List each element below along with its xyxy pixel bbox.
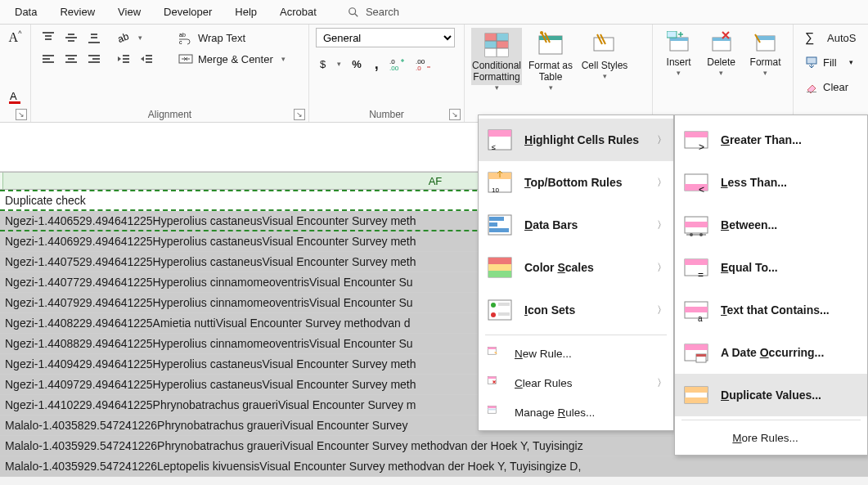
svg-rect-25 [123,61,129,63]
alignment-dialog-launcher[interactable]: ↘ [294,109,305,120]
merge-center-button[interactable]: Merge & Center [173,49,278,69]
svg-point-47 [540,31,543,34]
svg-rect-83 [488,409,496,411]
menu-item-greater-than[interactable]: >Greater Than... [675,119,867,161]
svg-rect-17 [68,58,74,60]
align-middle-button[interactable] [61,28,82,47]
color-scales-icon [487,254,513,281]
menu-item-text-that-contains[interactable]: aText that Contains... [675,289,867,331]
wrap-text-button[interactable]: abc Wrap Text [173,28,288,47]
search-placeholder: Search [366,6,399,18]
cell-styles-icon [591,31,618,59]
menu-item-manage-rules[interactable]: Manage Rules... [479,397,673,427]
menu-item-equal-to[interactable]: =Equal To... [675,246,867,289]
svg-rect-66 [489,222,497,227]
autosum-button[interactable]: ∑ AutoS [800,28,861,47]
svg-rect-104 [696,354,706,357]
align-center-button[interactable] [61,49,82,69]
number-dialog-launcher[interactable]: ↘ [449,109,461,120]
svg-rect-28 [146,61,152,63]
orientation-drop[interactable]: ▾ [136,28,144,47]
clear-icon [805,80,818,93]
conditional-formatting-button[interactable]: Conditional Formatting▾ [471,28,522,85]
svg-rect-65 [489,217,504,221]
font-color-button[interactable]: A [7,88,25,107]
tab-data[interactable]: Data [3,2,48,22]
svg-rect-12 [88,42,100,43]
merge-center-drop[interactable]: ▾ [280,49,288,69]
menu-item-top-bottom-rules[interactable]: 10Top/Bottom Rules〉 [479,161,673,204]
percent-button[interactable]: % [348,54,366,74]
svg-rect-59 [488,130,511,137]
align-bottom-button[interactable] [83,28,105,47]
svg-rect-91 [685,222,708,227]
decrease-indent-button[interactable] [113,49,134,69]
menu-item-highlight-cells-rules[interactable]: ≤Highlight Cells Rules〉 [479,119,673,161]
increase-indent-button[interactable] [136,49,157,69]
svg-rect-85 [685,132,708,137]
increase-decimal-button[interactable]: .0.00 [388,54,409,74]
menu-item-new-rule[interactable]: New Rule... [479,339,673,368]
increase-font-size-button[interactable]: A^ [7,28,24,47]
menu-item-color-scales[interactable]: Color Scales〉 [479,246,673,289]
tab-view[interactable]: View [106,2,152,22]
data-row[interactable]: Malalo-1.4035929.547241226Leptopelis kiv… [0,456,868,477]
decrease-decimal-button[interactable]: .00.0 [414,54,435,74]
menu-item-more-rules[interactable]: More Rules... [675,424,867,451]
a-date-occurring-icon [683,339,709,366]
format-cells-button[interactable]: Format▾ [744,28,786,82]
fill-down-icon [805,56,818,69]
align-left-button[interactable] [38,49,59,69]
svg-text:10: 10 [492,186,499,194]
svg-rect-38 [497,34,508,41]
fill-button[interactable]: Fill ▾ [800,52,858,72]
merge-center-label: Merge & Center [198,53,273,65]
tab-review[interactable]: Review [48,2,106,22]
align-right-button[interactable] [83,49,105,69]
svg-rect-7 [68,34,74,35]
svg-text:a: a [698,314,703,323]
svg-rect-5 [45,35,52,37]
clear-button[interactable]: Clear [800,77,853,97]
align-top-button[interactable] [38,28,59,47]
tab-acrobat[interactable]: Acrobat [268,2,328,22]
svg-rect-39 [485,41,497,48]
svg-rect-20 [92,58,100,60]
svg-line-1 [355,13,358,16]
menu-item-between[interactable]: Between... [675,204,867,246]
merge-center-icon [178,52,193,66]
currency-button[interactable]: $ [316,54,330,74]
menu-item-less-than[interactable]: <Less Than... [675,161,867,204]
greater-than-icon: > [683,127,709,153]
currency-drop[interactable]: ▾ [335,54,343,74]
search-icon [348,7,359,18]
menu-item-clear-rules[interactable]: Clear Rules〉 [479,368,673,397]
comma-style-button[interactable]: , [371,54,383,74]
tab-help[interactable]: Help [223,2,268,22]
insert-cells-icon [667,31,691,56]
svg-text:>: > [699,141,704,153]
svg-text:ab: ab [179,32,186,38]
insert-cells-button[interactable]: Insert▾ [659,28,698,82]
svg-rect-80 [488,377,496,379]
svg-text:c: c [179,39,182,45]
delete-cells-button[interactable]: Delete▾ [701,28,741,82]
font-dialog-launcher[interactable]: ↘ [16,109,27,120]
orientation-button[interactable]: ab [113,28,134,47]
number-format-select[interactable]: General [316,28,455,47]
menu-item-data-bars[interactable]: Data Bars〉 [479,204,673,246]
svg-rect-46 [539,36,562,40]
conditional-formatting-menu: ≤Highlight Cells Rules〉10Top/Bottom Rule… [478,115,674,431]
menu-item-duplicate-values[interactable]: Duplicate Values... [675,374,867,416]
tab-developer[interactable]: Developer [152,2,223,22]
svg-rect-96 [685,259,708,265]
svg-text:.0: .0 [416,65,421,70]
menu-item-icon-sets[interactable]: Icon Sets〉 [479,289,673,331]
cell-styles-button[interactable]: Cell Styles▾ [579,28,630,85]
menu-item-a-date-occurring[interactable]: A Date Occurring... [675,331,867,374]
svg-rect-50 [670,38,688,41]
group-styles: Conditional Formatting▾ Format as Table▾… [465,25,653,122]
new-rule-icon [487,345,503,362]
format-as-table-button[interactable]: Format as Table▾ [525,28,576,85]
search-box[interactable]: Search [348,6,399,18]
